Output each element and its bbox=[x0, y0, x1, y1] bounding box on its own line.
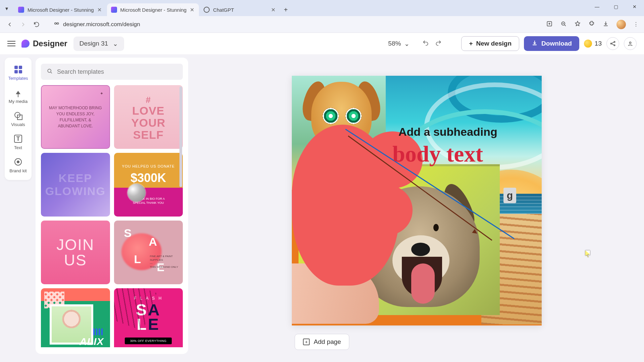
thumb-text: LOVE YOUR SELF bbox=[131, 105, 165, 141]
rail-label: Brand kit bbox=[7, 168, 30, 173]
chatgpt-favicon bbox=[204, 7, 210, 13]
download-label: Download bbox=[541, 40, 572, 47]
rail-my-media[interactable]: My media bbox=[7, 85, 30, 107]
minimize-button[interactable]: ― bbox=[588, 0, 606, 13]
canvas-text-body[interactable]: body text bbox=[392, 141, 483, 167]
design-canvas[interactable]: g Add a subheading body text bbox=[292, 76, 542, 325]
new-design-button[interactable]: + New design bbox=[461, 36, 519, 51]
redo-button[interactable] bbox=[435, 40, 442, 48]
bookmark-icon[interactable] bbox=[574, 20, 581, 28]
thumb-text: A bbox=[149, 235, 157, 248]
upload-icon bbox=[16, 91, 20, 94]
credits-counter[interactable]: 13 bbox=[584, 40, 602, 48]
download-icon bbox=[531, 40, 538, 48]
forward-button[interactable] bbox=[19, 20, 28, 29]
thumb-text: YOU HELPED US DONATE bbox=[122, 164, 175, 168]
close-icon[interactable]: ✕ bbox=[190, 7, 194, 13]
reload-button[interactable] bbox=[32, 20, 41, 29]
chrome-menu-icon[interactable]: ⋮ bbox=[633, 21, 639, 27]
new-design-label: New design bbox=[476, 40, 512, 47]
tab-title: Microsoft Designer - Stunning bbox=[28, 7, 94, 13]
template-thumb[interactable]: F L A S H SALE 30% OFF EVERYTHING bbox=[114, 288, 183, 347]
add-page-button[interactable]: + Add page bbox=[294, 334, 349, 350]
undo-button[interactable] bbox=[422, 40, 429, 48]
zoom-control[interactable]: 58% ⌄ bbox=[388, 40, 410, 48]
back-button[interactable] bbox=[5, 20, 14, 29]
canvas-shape-blob[interactable] bbox=[292, 125, 399, 286]
designer-favicon bbox=[18, 7, 24, 13]
search-icon bbox=[46, 68, 53, 76]
template-thumb[interactable]: ALIX bbox=[41, 288, 110, 347]
add-page-label: Add page bbox=[314, 338, 341, 346]
rail-brand-kit[interactable]: Brand kit bbox=[7, 154, 30, 176]
install-app-icon[interactable] bbox=[546, 20, 553, 28]
account-button[interactable] bbox=[624, 37, 637, 50]
close-icon[interactable]: ✕ bbox=[97, 7, 102, 13]
profile-avatar[interactable] bbox=[616, 20, 626, 29]
template-thumb[interactable]: KEEP GLOWING bbox=[41, 153, 110, 217]
browser-tabstrip: ▾ Microsoft Designer - Stunning ✕ Micros… bbox=[0, 0, 644, 16]
browser-tab-1[interactable]: Microsoft Designer - Stunning ✕ bbox=[14, 3, 106, 16]
canvas-letter-tag[interactable]: g bbox=[503, 188, 516, 203]
extensions-icon[interactable] bbox=[588, 20, 595, 28]
browser-tab-2[interactable]: Microsoft Designer - Stunning ✕ bbox=[107, 3, 199, 16]
dots-pattern bbox=[93, 328, 103, 335]
maximize-button[interactable]: ▢ bbox=[606, 0, 625, 13]
new-tab-button[interactable]: + bbox=[281, 5, 291, 15]
template-thumb[interactable]: JOIN US bbox=[41, 221, 110, 284]
templates-panel: Search templates ✦MAY MOTHERHOOD BRING Y… bbox=[36, 58, 188, 354]
site-info-icon[interactable] bbox=[53, 20, 60, 28]
window-controls: ― ▢ ✕ bbox=[588, 0, 644, 13]
thumb-text: # bbox=[146, 95, 151, 105]
thumb-text: 30% OFF EVERYTHING bbox=[125, 338, 172, 344]
brand[interactable]: Designer bbox=[21, 39, 67, 48]
canvas-text-subheading[interactable]: Add a subheading bbox=[398, 125, 497, 138]
template-thumb[interactable]: YOU HELPED US DONATE $300K TAP LINK IN B… bbox=[114, 153, 183, 217]
tab-title: Microsoft Designer - Stunning bbox=[120, 7, 187, 13]
credits-value: 13 bbox=[595, 40, 602, 47]
chevron-down-icon: ⌄ bbox=[113, 40, 118, 48]
search-templates-input[interactable]: Search templates bbox=[41, 64, 183, 80]
share-button[interactable] bbox=[606, 37, 619, 50]
rail-visuals[interactable]: Visuals bbox=[7, 108, 30, 130]
zoom-icon[interactable] bbox=[560, 20, 567, 28]
rail-label: Text bbox=[7, 145, 30, 150]
design-name-dropdown[interactable]: Design 31 ⌄ bbox=[73, 37, 124, 51]
designer-logo-icon bbox=[21, 40, 30, 48]
scrollbar-thumb[interactable] bbox=[179, 86, 182, 187]
download-button[interactable]: Download bbox=[524, 36, 579, 51]
svg-point-5 bbox=[614, 41, 615, 42]
svg-point-6 bbox=[614, 45, 615, 46]
rail-text[interactable]: T Text bbox=[7, 131, 30, 153]
template-thumb[interactable]: #LOVE YOUR SELF bbox=[114, 85, 183, 149]
tabs-dropdown[interactable]: ▾ bbox=[5, 5, 11, 11]
templates-icon bbox=[14, 66, 22, 73]
design-name: Design 31 bbox=[79, 40, 108, 47]
close-window-button[interactable]: ✕ bbox=[625, 0, 644, 13]
menu-button[interactable] bbox=[7, 41, 15, 46]
downloads-icon[interactable] bbox=[602, 20, 609, 28]
thumb-text: L bbox=[134, 253, 141, 266]
rail-label: Visuals bbox=[7, 122, 30, 127]
thumb-text: S bbox=[124, 227, 132, 240]
disco-ball-icon bbox=[127, 184, 146, 202]
tag-text: g bbox=[507, 190, 513, 201]
address-bar[interactable]: designer.microsoft.com/design bbox=[48, 18, 145, 31]
palette-icon bbox=[14, 158, 22, 166]
svg-point-0 bbox=[55, 23, 56, 24]
svg-point-1 bbox=[57, 23, 59, 24]
zoom-value: 58% bbox=[388, 40, 401, 47]
side-rail: Templates My media Visuals T Text Brand … bbox=[5, 58, 32, 180]
browser-tab-3[interactable]: ChatGPT ✕ bbox=[200, 3, 280, 16]
template-thumb[interactable]: ✦MAY MOTHERHOOD BRING YOU ENDLESS JOY, F… bbox=[41, 85, 110, 149]
thumb-text: $300K bbox=[130, 171, 166, 185]
close-icon[interactable]: ✕ bbox=[271, 7, 275, 13]
template-thumb[interactable]: SALE FINE ART & PAINT SUPPLIES — THIS WE… bbox=[114, 221, 183, 284]
shapes-icon bbox=[14, 112, 22, 119]
svg-point-4 bbox=[610, 43, 611, 44]
plus-box-icon: + bbox=[303, 339, 310, 345]
coin-icon bbox=[584, 40, 592, 48]
rail-templates[interactable]: Templates bbox=[7, 62, 30, 83]
brand-name: Designer bbox=[33, 39, 67, 48]
text-icon: T bbox=[14, 135, 22, 143]
